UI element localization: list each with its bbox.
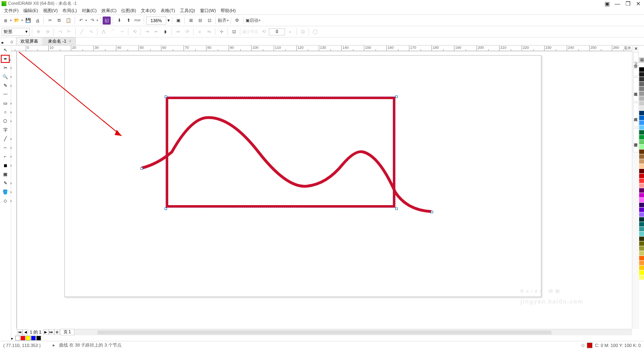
home-tab[interactable]: ⌂ bbox=[8, 38, 15, 45]
pick-tool-small-icon[interactable]: ▸ bbox=[2, 40, 8, 45]
text-tool[interactable]: 字 bbox=[1, 126, 10, 134]
dropshadow-tool[interactable]: ◼ bbox=[1, 161, 10, 169]
color-swatch[interactable] bbox=[639, 241, 644, 246]
open-button[interactable]: 📂 bbox=[13, 17, 21, 25]
docker-close-icon[interactable]: ✕ bbox=[634, 46, 638, 51]
menu-tools[interactable]: 工具(Q) bbox=[178, 8, 198, 14]
color-swatch[interactable] bbox=[639, 174, 644, 179]
menu-window[interactable]: 窗口(W) bbox=[198, 8, 219, 14]
fill-none-icon[interactable]: ◇ bbox=[581, 343, 584, 348]
docker-hints[interactable]: 提示(N) bbox=[633, 52, 639, 76]
palette-arrow-icon[interactable]: ▸ bbox=[11, 336, 13, 341]
menu-text[interactable]: 文本(X) bbox=[138, 8, 158, 14]
undo-button[interactable]: ↶ bbox=[77, 17, 85, 25]
mini-color-swatch[interactable] bbox=[21, 336, 25, 341]
fill-tool[interactable]: 🪣 bbox=[1, 188, 10, 196]
color-swatch[interactable] bbox=[639, 193, 644, 198]
curve-node[interactable] bbox=[140, 167, 143, 170]
color-swatch[interactable] bbox=[639, 246, 644, 251]
elastic-icon[interactable]: ⊹ bbox=[217, 28, 225, 36]
new-doc-button[interactable]: 🗎 bbox=[2, 17, 10, 25]
color-swatch[interactable] bbox=[639, 179, 644, 183]
color-swatch[interactable] bbox=[639, 203, 644, 208]
menu-help[interactable]: 帮助(H) bbox=[218, 8, 238, 14]
dimension-tool[interactable]: ↔ bbox=[1, 143, 10, 152]
ruler-horizontal[interactable]: -100102030405060708090100110120130140150… bbox=[11, 46, 632, 51]
menu-table[interactable]: 表格(T) bbox=[158, 8, 178, 14]
color-swatch[interactable] bbox=[639, 261, 644, 266]
color-swatch[interactable] bbox=[639, 140, 644, 145]
color-swatch[interactable] bbox=[639, 150, 644, 154]
eyedropper-tool[interactable]: ✎ bbox=[1, 179, 10, 187]
docker-obj-props[interactable]: 对象属性 bbox=[633, 77, 639, 102]
menu-effect[interactable]: 效果(C) bbox=[99, 8, 119, 14]
color-swatch[interactable] bbox=[639, 256, 644, 261]
color-swatch[interactable] bbox=[639, 251, 644, 256]
color-swatch[interactable] bbox=[639, 116, 644, 120]
prev-page-button[interactable]: ◀ bbox=[23, 329, 28, 335]
rectangle-tool[interactable]: ▭ bbox=[1, 99, 10, 107]
horizontal-scrollbar[interactable] bbox=[17, 329, 632, 335]
color-swatch[interactable] bbox=[639, 266, 644, 270]
ruler-button[interactable]: ⊞ bbox=[187, 17, 195, 25]
save-button[interactable]: 💾 bbox=[24, 17, 32, 25]
color-swatch[interactable] bbox=[639, 217, 644, 222]
maximize-button[interactable]: ❐ bbox=[624, 0, 632, 7]
tab-doc1[interactable]: 未命名 -1× bbox=[43, 37, 76, 45]
drawn-curve[interactable] bbox=[138, 112, 436, 216]
guides-button[interactable]: ⊡ bbox=[205, 17, 213, 25]
color-swatch[interactable] bbox=[639, 164, 644, 169]
color-swatch[interactable] bbox=[639, 67, 644, 72]
cut-button[interactable]: ✂ bbox=[46, 17, 54, 25]
snap-button[interactable]: 贴齐 bbox=[218, 17, 227, 25]
color-swatch[interactable] bbox=[639, 96, 644, 101]
color-swatch[interactable] bbox=[639, 106, 644, 111]
color-swatch[interactable] bbox=[639, 120, 644, 125]
last-page-button[interactable]: ⏭ bbox=[49, 329, 54, 335]
color-swatch[interactable] bbox=[639, 212, 644, 217]
menu-edit[interactable]: 编辑(E) bbox=[21, 8, 41, 14]
color-swatch[interactable] bbox=[639, 154, 644, 159]
redo-button[interactable]: ↷ bbox=[88, 17, 96, 25]
tab-close-icon[interactable]: × bbox=[69, 39, 71, 44]
color-swatch[interactable] bbox=[639, 237, 644, 241]
color-swatch[interactable] bbox=[639, 91, 644, 96]
freehand-tool[interactable]: ✎ bbox=[1, 81, 10, 89]
rotation-input[interactable] bbox=[269, 28, 285, 35]
selection-node[interactable] bbox=[395, 96, 398, 98]
color-swatch[interactable] bbox=[639, 135, 644, 140]
next-page-button[interactable]: ▶ bbox=[43, 329, 49, 335]
color-swatch[interactable] bbox=[639, 72, 644, 77]
color-swatch[interactable] bbox=[639, 198, 644, 203]
mini-color-swatch[interactable] bbox=[36, 336, 41, 341]
zoom-tool[interactable]: 🔍 bbox=[1, 73, 10, 81]
parallel-tool[interactable]: ╱ bbox=[1, 135, 10, 143]
color-swatch[interactable] bbox=[639, 125, 644, 130]
color-swatch[interactable] bbox=[639, 130, 644, 135]
mini-color-swatch[interactable] bbox=[26, 336, 31, 341]
color-swatch[interactable] bbox=[639, 208, 644, 212]
polygon-tool[interactable]: ⬡ bbox=[1, 117, 10, 125]
outline-tool[interactable]: ◇ bbox=[1, 197, 10, 205]
mini-color-swatch[interactable] bbox=[15, 336, 20, 341]
color-swatch[interactable] bbox=[639, 62, 644, 67]
page-tab-1[interactable]: 页 1 bbox=[60, 329, 74, 335]
search-button[interactable]: ◱ bbox=[103, 17, 111, 25]
options-button[interactable]: ⚙ bbox=[233, 17, 241, 25]
menu-layout[interactable]: 布局(L) bbox=[60, 8, 79, 14]
color-swatch[interactable] bbox=[639, 111, 644, 116]
pick-tool[interactable]: ↖ bbox=[1, 46, 10, 54]
selection-node[interactable] bbox=[165, 96, 167, 98]
color-swatch[interactable] bbox=[639, 188, 644, 193]
pdf-button[interactable]: PDF bbox=[134, 17, 142, 25]
color-swatch[interactable] bbox=[639, 275, 644, 280]
menu-view[interactable]: 视图(V) bbox=[41, 8, 60, 14]
shape-tool[interactable]: ✒ bbox=[1, 55, 10, 63]
menu-object[interactable]: 对象(C) bbox=[79, 8, 99, 14]
mini-color-swatch[interactable] bbox=[31, 336, 36, 341]
help-icon[interactable]: ▣ bbox=[603, 0, 611, 7]
ruler-vertical[interactable] bbox=[11, 51, 17, 329]
color-swatch[interactable] bbox=[639, 169, 644, 174]
color-swatch[interactable] bbox=[639, 222, 644, 227]
color-swatch[interactable] bbox=[639, 227, 644, 232]
